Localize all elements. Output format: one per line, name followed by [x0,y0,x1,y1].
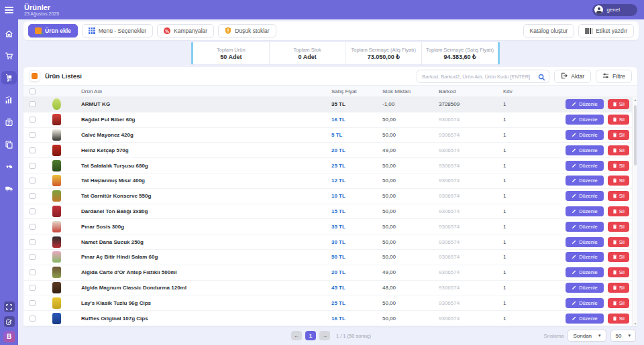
table-scrollbar[interactable]: ▲ ▼ [632,97,637,326]
sort-select[interactable]: Sondan ▾ [568,330,606,342]
delete-button[interactable]: Sil [608,314,629,324]
delete-button[interactable]: Sil [608,145,629,155]
sidebar-item-products[interactable] [1,71,17,84]
sort-label: Sıralama [543,333,564,339]
edit-note-button[interactable] [4,316,15,327]
delete-button[interactable]: Sil [608,298,629,308]
table-row[interactable]: Pınar Aç Bitir Hindi Salam 60g 50 TL 50,… [23,250,637,265]
edit-button[interactable]: Düzenle [566,206,604,216]
row-checkbox[interactable] [30,117,36,123]
table-row[interactable]: Tat Garnitür Konserve 550g 10 TL 50,00 9… [23,189,637,204]
page-size-select[interactable]: 50 ▾ [610,330,636,342]
edit-button[interactable]: Düzenle [566,176,604,186]
add-product-button[interactable]: Ürün ekle [28,24,78,38]
table-row[interactable]: Bağdat Pul Biber 60g 16 TL 50,00 9306574… [23,113,637,128]
edit-button[interactable]: Düzenle [566,191,604,201]
edit-button[interactable]: Düzenle [566,115,604,125]
vat-value: 1 [503,285,537,291]
search-input[interactable] [417,70,549,83]
edit-button[interactable]: Düzenle [566,237,604,247]
table-row[interactable]: Tat Haşlanmış Mısır 400g 12 TL 50,00 930… [23,174,637,189]
edit-button[interactable]: Düzenle [566,145,604,155]
row-checkbox[interactable] [30,178,36,184]
table-row[interactable]: Heinz Ketçap 570g 20 TL 49,00 9306574 1 … [23,143,637,158]
edit-button[interactable]: Düzenle [566,222,604,232]
barcode-value: 9306574 [439,132,503,138]
select-all-checkbox[interactable] [30,88,36,94]
row-checkbox[interactable] [30,269,36,275]
delete-button[interactable]: Sil [608,161,629,171]
create-catalog-button[interactable]: Katalog oluştur [523,24,575,38]
edit-button[interactable]: Düzenle [566,314,604,324]
sidebar-item-reports[interactable] [1,93,17,107]
delete-button[interactable]: Sil [608,206,629,216]
edit-button[interactable]: Düzenle [566,161,604,171]
campaigns-button[interactable]: % Kampanyalar [157,24,214,38]
edit-button[interactable]: Düzenle [566,267,604,277]
table-row[interactable]: Dardanel Ton Balığı 3x80g 15 TL 50,00 93… [23,204,637,220]
delete-button[interactable]: Sil [608,267,629,277]
delete-button[interactable]: Sil [608,99,629,109]
edit-button[interactable]: Düzenle [566,130,604,140]
row-checkbox[interactable] [30,147,36,153]
table-row[interactable]: Lay's Klasik Tuzlu 96g Cips 25 TL 50,00 … [23,295,637,311]
sidebar-item-sales[interactable] [1,49,17,62]
table-row[interactable]: Calvé Mayonez 420g 5 TL 50,00 9306574 1 … [23,128,637,143]
sidebar-item-settings[interactable] [1,159,17,173]
delete-button[interactable]: Sil [608,237,629,247]
row-checkbox[interactable] [30,254,36,260]
sidebar-item-register[interactable] [1,115,17,129]
scroll-down-icon[interactable]: ▼ [633,322,637,326]
filter-button[interactable]: Filtre [596,70,632,83]
row-checkbox[interactable] [30,132,36,138]
delete-button[interactable]: Sil [608,191,629,201]
row-checkbox[interactable] [30,316,36,322]
row-checkbox[interactable] [30,300,36,306]
table-row[interactable]: Algida Magnum Classic Dondurma 120ml 45 … [23,281,637,296]
stock-quantity: 49,00 [382,269,439,275]
stock-quantity: 50,00 [382,178,439,184]
hamburger-menu-icon[interactable] [5,5,13,15]
next-page-button[interactable]: → [319,331,330,340]
table-row[interactable]: Namet Dana Sucuk 250g 30 TL 50,00 930657… [23,234,637,250]
delete-button[interactable]: Sil [608,115,629,125]
row-checkbox[interactable] [30,239,36,245]
delete-button[interactable]: Sil [608,130,629,140]
delete-button[interactable]: Sil [608,252,629,262]
row-checkbox[interactable] [30,101,36,107]
sidebar-item-home[interactable] [1,27,17,40]
edit-button[interactable]: Düzenle [566,283,604,293]
table-row[interactable]: Algida Carte d'Or Antep Fıstıklı 500ml 2… [23,265,637,281]
row-checkbox[interactable] [30,193,36,199]
delete-button[interactable]: Sil [608,176,629,186]
menu-options-button[interactable]: Menü - Seçenekler [82,24,153,38]
export-button[interactable]: Aktar [554,70,591,83]
row-checkbox[interactable] [30,208,36,214]
edit-button[interactable]: Düzenle [566,99,604,109]
table-row[interactable]: Pınar Sosis 300g 35 TL 50,00 9306574 1 D… [23,219,637,234]
edit-button[interactable]: Düzenle [566,252,604,262]
sale-price: 16 TL [331,117,382,123]
search-icon[interactable] [538,72,545,84]
sidebar-item-documents[interactable] [1,137,17,151]
scroll-up-icon[interactable]: ▲ [633,98,637,102]
delete-button[interactable]: Sil [608,222,629,232]
row-checkbox[interactable] [30,224,36,230]
user-avatar-icon [594,5,603,14]
fullscreen-button[interactable] [4,301,15,312]
prev-page-button[interactable]: ← [291,331,302,340]
delete-button[interactable]: Sil [608,283,629,293]
stock-quantity: 50,00 [382,208,439,214]
row-checkbox[interactable] [30,163,36,169]
sidebar-item-shipping[interactable] [1,182,17,195]
row-checkbox[interactable] [30,285,36,291]
table-row[interactable]: Ruffles Original 107g Cips 16 TL 50,00 9… [23,311,637,326]
brand-logo[interactable]: B [3,331,15,342]
user-menu[interactable]: genel [592,4,637,16]
table-row[interactable]: ARMUT KG 35 TL -1,00 3728509 1 Düzenle S… [23,97,637,113]
edit-button[interactable]: Düzenle [566,298,604,308]
low-stock-button[interactable]: Düşük stoklar [218,24,276,38]
print-label-button[interactable]: Etiket yazdır [578,24,634,38]
current-page-button[interactable]: 1 [305,331,316,340]
table-row[interactable]: Tat Salatalık Turşusu 680g 25 TL 50,00 9… [23,158,637,174]
